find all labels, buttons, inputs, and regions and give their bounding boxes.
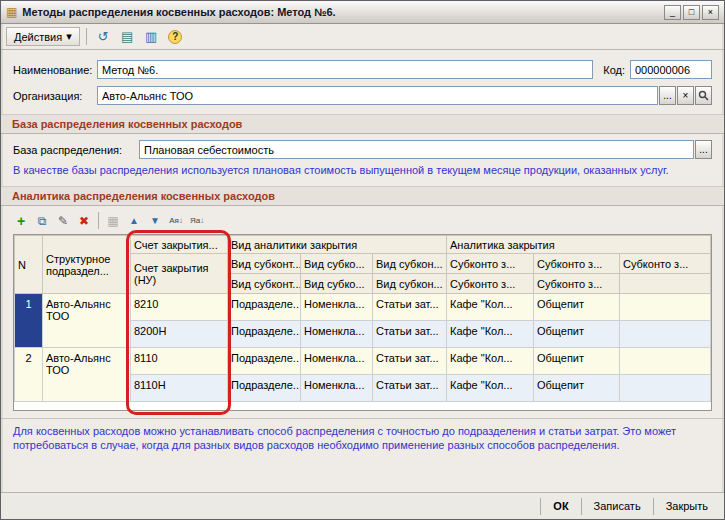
save-button[interactable]: Записать <box>586 497 649 515</box>
sort-ascending-icon: Ая↓ <box>169 216 183 225</box>
column-header-sub2-nu[interactable]: Субконто з... <box>534 274 620 294</box>
column-header-sub3[interactable]: Субконто з... <box>620 254 711 274</box>
column-header-vid2-nu[interactable]: Вид субко... <box>301 274 373 294</box>
account-nu-cell[interactable]: 8110Н <box>131 375 228 402</box>
minimize-button[interactable]: _ <box>664 5 681 20</box>
vid1-cell[interactable]: Подразделе... <box>228 321 301 348</box>
account-cell[interactable]: 8210 <box>131 294 228 321</box>
organization-clear-button[interactable]: × <box>677 86 694 105</box>
pencil-icon: ✎ <box>58 214 68 228</box>
delete-icon: ✖ <box>79 214 89 228</box>
column-header-account[interactable]: Счет закрытия... <box>131 236 228 254</box>
vid3-cell[interactable]: Статьи зат... <box>373 321 447 348</box>
row-number-cell[interactable]: 2 <box>15 348 43 402</box>
vid1-cell[interactable]: Подразделе... <box>228 375 301 402</box>
maximize-button[interactable]: □ <box>683 5 700 20</box>
base-lookup-button[interactable]: ... <box>695 140 712 159</box>
analytics-section-header: Аналитика распределения косвенных расход… <box>1 186 724 206</box>
layout-button[interactable]: ▦ <box>103 211 123 230</box>
column-header-sub2[interactable]: Субконто з... <box>534 254 620 274</box>
grid-icon: ▦ <box>107 214 118 228</box>
analytics-table-zone: N Структурное подраздел... Счет закрытия… <box>13 234 712 411</box>
struct-cell[interactable]: Авто-Альянс ТОО <box>43 348 131 402</box>
table-row[interactable]: 2 Авто-Альянс ТОО 8110 Подразделе... Ном… <box>15 348 711 375</box>
vid2-cell[interactable]: Номенкла... <box>301 294 373 321</box>
organization-lookup-button[interactable]: ... <box>659 86 676 105</box>
code-input[interactable] <box>630 60 712 79</box>
window-icon: ▦ <box>6 6 17 18</box>
base-input[interactable] <box>139 140 694 159</box>
vid3-cell[interactable]: Статьи зат... <box>373 294 447 321</box>
vid2-cell[interactable]: Номенкла... <box>301 375 373 402</box>
edit-row-button[interactable]: ✎ <box>53 211 73 230</box>
column-header-vid1[interactable]: Вид субконт... <box>228 254 301 274</box>
vid3-cell[interactable]: Статьи зат... <box>373 375 447 402</box>
vid2-cell[interactable]: Номенкла... <box>301 348 373 375</box>
move-down-button[interactable]: ▼ <box>145 211 165 230</box>
table-row[interactable]: 1 Авто-Альянс ТОО 8210 Подразделе... Ном… <box>15 294 711 321</box>
sub3-cell[interactable] <box>620 348 711 375</box>
column-header-account-nu[interactable]: Счет закрытия (НУ) <box>131 254 228 294</box>
sort-ascending-button[interactable]: Ая↓ <box>166 211 186 230</box>
name-row: Наименование: Код: <box>1 60 724 79</box>
struct-cell[interactable]: Авто-Альянс ТОО <box>43 294 131 348</box>
sub2-cell[interactable]: Общепит <box>534 348 620 375</box>
list-button[interactable]: ▤ <box>117 27 138 47</box>
column-header-vid3-nu[interactable]: Вид субкон... <box>373 274 447 294</box>
sub1-cell[interactable]: Кафе "Кол... <box>447 375 534 402</box>
sub2-cell[interactable]: Общепит <box>534 375 620 402</box>
move-up-button[interactable]: ▲ <box>124 211 144 230</box>
vid1-cell[interactable]: Подразделе... <box>228 348 301 375</box>
sub1-cell[interactable]: Кафе "Кол... <box>447 294 534 321</box>
reread-icon: ↺ <box>98 29 109 44</box>
column-header-analytics-group[interactable]: Аналитика закрытия <box>447 236 711 254</box>
footer-separator <box>581 498 582 515</box>
account-cell[interactable]: 8110 <box>131 348 228 375</box>
sub3-cell[interactable] <box>620 321 711 348</box>
column-header-vid2[interactable]: Вид субко... <box>301 254 373 274</box>
account-nu-cell[interactable]: 8200Н <box>131 321 228 348</box>
column-header-sub1-nu[interactable]: Субконто з... <box>447 274 534 294</box>
sub3-cell[interactable] <box>620 375 711 402</box>
column-header-sub1[interactable]: Субконто з... <box>447 254 534 274</box>
table-header-row: N Структурное подраздел... Счет закрытия… <box>15 236 711 254</box>
column-header-sub3-nu[interactable] <box>620 274 711 294</box>
sub1-cell[interactable]: Кафе "Кол... <box>447 321 534 348</box>
column-header-vid-group[interactable]: Вид аналитики закрытия <box>228 236 447 254</box>
sort-descending-button[interactable]: Яа↓ <box>187 211 207 230</box>
close-button[interactable]: × <box>702 5 719 20</box>
organization-input[interactable] <box>97 86 658 105</box>
reread-button[interactable]: ↺ <box>93 27 114 47</box>
help-button[interactable]: ? <box>165 27 186 47</box>
vid2-cell[interactable]: Номенкла... <box>301 321 373 348</box>
title-bar: ▦ Методы распределения косвенных расходо… <box>1 1 724 24</box>
ok-button[interactable]: ОК <box>545 497 576 515</box>
sub2-cell[interactable]: Общепит <box>534 294 620 321</box>
vid1-cell[interactable]: Подразделе... <box>228 294 301 321</box>
delete-row-button[interactable]: ✖ <box>74 211 94 230</box>
column-header-n[interactable]: N <box>15 236 43 294</box>
vid3-cell[interactable]: Статьи зат... <box>373 348 447 375</box>
close-form-button[interactable]: Закрыть <box>658 497 716 515</box>
organization-label: Организация: <box>13 90 97 102</box>
window-title: Методы распределения косвенных расходов:… <box>22 6 659 18</box>
actions-button[interactable]: Действия ▾ <box>6 27 80 46</box>
column-header-vid3[interactable]: Вид субкон... <box>373 254 447 274</box>
organization-open-button[interactable] <box>695 86 712 105</box>
help-icon: ? <box>168 30 182 44</box>
copy-row-button[interactable]: ⧉ <box>32 211 52 230</box>
footer-bar: ОК Записать Закрыть <box>1 492 724 519</box>
column-header-struct[interactable]: Структурное подраздел... <box>43 236 131 294</box>
sub2-cell[interactable]: Общепит <box>534 321 620 348</box>
column-header-vid1-nu[interactable]: Вид субконт... <box>228 274 301 294</box>
toolbar-separator <box>86 28 87 45</box>
name-input[interactable] <box>97 60 593 79</box>
footer-hint-text: Для косвенных расходов можно устанавлива… <box>1 419 724 452</box>
code-label: Код: <box>603 64 630 76</box>
add-row-button[interactable]: + <box>11 211 31 230</box>
row-number-cell[interactable]: 1 <box>15 294 43 348</box>
window-controls: _ □ × <box>664 5 719 20</box>
sub3-cell[interactable] <box>620 294 711 321</box>
sub1-cell[interactable]: Кафе "Кол... <box>447 348 534 375</box>
structure-button[interactable]: ▥ <box>141 27 162 47</box>
